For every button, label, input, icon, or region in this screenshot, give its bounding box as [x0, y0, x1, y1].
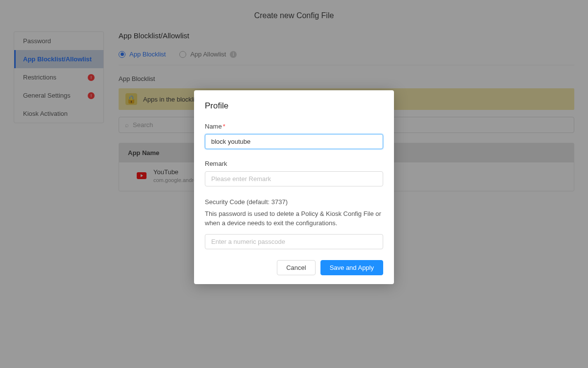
remark-input[interactable]	[205, 171, 383, 186]
security-code-input[interactable]	[205, 234, 383, 249]
save-apply-button[interactable]: Save and Apply	[320, 260, 383, 275]
security-code-label: Security Code (default: 3737)	[205, 197, 383, 207]
modal-title: Profile	[205, 101, 383, 111]
name-input[interactable]	[205, 134, 383, 149]
remark-label: Remark	[205, 160, 383, 167]
security-code-help: This password is used to delete a Policy…	[205, 209, 383, 228]
name-label: Name*	[205, 123, 383, 130]
cancel-button[interactable]: Cancel	[277, 260, 315, 275]
profile-modal: Profile Name* Remark Security Code (defa…	[194, 90, 394, 284]
